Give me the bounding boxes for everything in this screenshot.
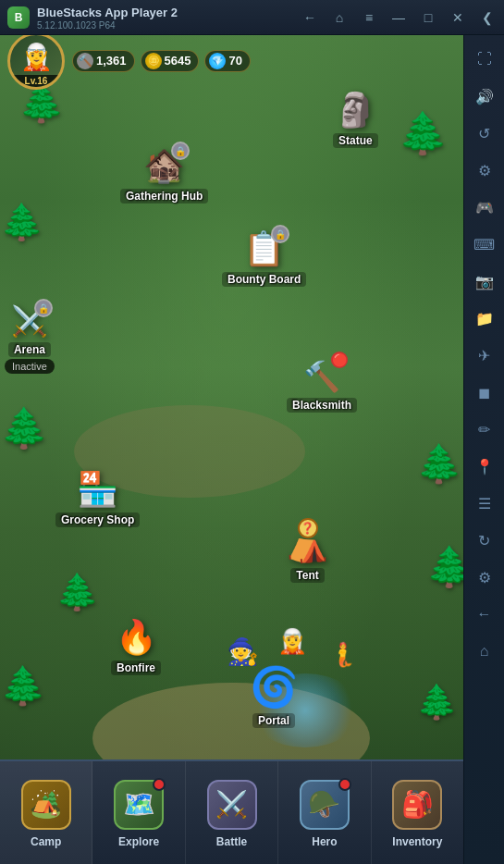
nav-battle[interactable]: ⚔️ Battle — [186, 761, 278, 864]
hammer-icon: 🔨 — [77, 53, 93, 69]
inventory-label: Inventory — [392, 835, 442, 848]
hero-badge — [338, 778, 351, 791]
portal-icon: 🌀 — [250, 664, 298, 710]
grocery-shop-icon: 🏪 — [77, 470, 118, 509]
stack-icon[interactable]: ☰ — [468, 487, 501, 520]
tent-building[interactable]: ⛺ ❓ Tent — [287, 525, 328, 583]
nav-camp[interactable]: 🏕️ Camp — [0, 761, 92, 864]
game-background: 🌲 🌲 🌲 🌲 🌲 🌲 🌲 🌲 🌲 🗿 Statue 🏚️ 🔒 Gather — [0, 35, 463, 864]
bonfire-label: Bonfire — [111, 660, 161, 675]
character-2: 🧝 — [277, 627, 307, 656]
layers-icon[interactable]: ◼ — [468, 376, 501, 409]
player-avatar[interactable]: 🧝 Lv.16 — [7, 35, 65, 90]
arena-status: Inactive — [5, 359, 55, 374]
explore-icon: 🗺️ — [123, 789, 155, 820]
volume-icon[interactable]: 🔊 — [468, 80, 501, 113]
bounty-board-lock: 🔒 — [271, 225, 289, 243]
prev-button[interactable]: ❮ — [478, 8, 497, 27]
player-level: Lv.16 — [10, 75, 62, 87]
tree-5: 🌲 — [416, 442, 462, 486]
maximize-button[interactable]: □ — [419, 8, 437, 27]
grocery-shop-building[interactable]: 🏪 Grocery Shop — [55, 470, 140, 527]
window-controls: ← ⌂ ≡ — □ ✕ ❮ — [301, 8, 497, 27]
bounty-board-building[interactable]: 📋 🔒 Bounty Board — [222, 229, 306, 287]
gathering-hub-lock: 🔒 — [171, 142, 190, 160]
character-3: 🧜 — [328, 641, 357, 668]
menu-button[interactable]: ≡ — [360, 8, 378, 27]
airplane-icon[interactable]: ✈ — [468, 339, 501, 372]
gold-icon: 🪙 — [145, 53, 162, 69]
arena-lock: 🔒 — [34, 299, 53, 317]
camp-icon-bg: 🏕️ — [21, 780, 71, 830]
bottom-navigation: 🏕️ Camp 🗺️ Explore ⚔️ Battle — [0, 759, 463, 864]
explore-badge — [153, 778, 166, 791]
rotate-icon[interactable]: ↺ — [468, 117, 501, 150]
controller-icon[interactable]: 🎮 — [468, 191, 501, 224]
tree-4: 🌲 — [0, 405, 48, 451]
hud-top: 🧝 Lv.16 🔨 1,361 🪙 5645 💎 70 — [0, 35, 463, 86]
currency-hammer[interactable]: 🔨 1,361 — [72, 50, 135, 72]
nav-inventory[interactable]: 🎒 Inventory — [372, 761, 463, 864]
inventory-icon-wrap: 🎒 — [390, 778, 444, 832]
nav-hero[interactable]: 🪖 Hero — [278, 761, 371, 864]
statue-building[interactable]: 🗿 Statue — [333, 91, 378, 148]
tree-7: 🌲 — [425, 544, 463, 589]
nav-explore[interactable]: 🗺️ Explore — [92, 761, 185, 864]
tent-label: Tent — [290, 568, 324, 583]
hero-icon-wrap: 🪖 — [298, 778, 351, 832]
hero-icon: 🪖 — [308, 789, 340, 820]
blacksmith-building[interactable]: 🔨 🔴 Blacksmith — [287, 359, 357, 413]
grocery-shop-label: Grocery Shop — [55, 512, 140, 527]
inventory-icon: 🎒 — [401, 789, 434, 820]
currency-gold[interactable]: 🪙 5645 — [141, 50, 200, 72]
battle-label: Battle — [216, 835, 247, 848]
hero-label: Hero — [312, 835, 337, 848]
close-button[interactable]: ✕ — [449, 8, 467, 27]
arena-section[interactable]: ⚔️ 🔒 Arena Inactive — [5, 303, 55, 374]
currency-gem[interactable]: 💎 70 — [204, 50, 250, 72]
minimize-button[interactable]: — — [389, 8, 408, 27]
back-button[interactable]: ← — [301, 8, 319, 27]
portal-building[interactable]: 🌀 Portal — [250, 664, 298, 728]
hammer-value: 1,361 — [96, 54, 127, 68]
bluestacks-sidebar: ⛶ 🔊 ↺ ⚙ 🎮 ⌨ 📷 📁 ✈ ◼ ✏ 📍 ☰ ↻ ⚙ ← ⌂ — [463, 35, 504, 864]
settings-icon[interactable]: ⚙ — [468, 561, 501, 594]
character-1: 🧙 — [227, 636, 259, 667]
location-icon[interactable]: 📍 — [468, 450, 501, 483]
app-version: 5.12.100.1023 P64 — [37, 20, 301, 31]
camp-icon-wrap: 🏕️ — [19, 778, 73, 832]
blacksmith-label: Blacksmith — [287, 398, 357, 413]
app-title: BlueStacks App Player 2 — [37, 6, 178, 19]
tree-6: 🌲 — [55, 572, 99, 612]
gem-value: 70 — [228, 54, 241, 68]
battle-icon-bg: ⚔️ — [207, 780, 257, 830]
gamepad-icon[interactable]: ⚙ — [468, 154, 501, 187]
sync-icon[interactable]: ↻ — [468, 524, 501, 557]
gathering-hub-label: Gathering Hub — [120, 189, 208, 204]
explore-icon-wrap: 🗺️ — [112, 778, 166, 832]
fullscreen-icon[interactable]: ⛶ — [468, 43, 501, 76]
tree-3: 🌲 — [0, 202, 43, 242]
character-face: 🧝 — [10, 35, 62, 74]
tree-8: 🌲 — [0, 664, 46, 708]
inventory-icon-bg: 🎒 — [392, 780, 442, 830]
edit-icon[interactable]: ✏ — [468, 413, 501, 446]
app-icon: B — [7, 6, 30, 29]
folder-icon[interactable]: 📁 — [468, 302, 501, 335]
gem-icon: 💎 — [209, 53, 226, 69]
back-icon[interactable]: ← — [468, 598, 501, 631]
gathering-hub-building[interactable]: 🏚️ 🔒 Gathering Hub — [120, 146, 208, 204]
arena-label: Arena — [8, 342, 51, 357]
gold-value: 5645 — [165, 54, 191, 68]
statue-icon: 🗿 — [335, 91, 376, 130]
titlebar: B BlueStacks App Player 2 5.12.100.1023 … — [0, 0, 504, 35]
keyboard-icon[interactable]: ⌨ — [468, 228, 501, 261]
currency-display: 🔨 1,361 🪙 5645 💎 70 — [72, 50, 456, 72]
bonfire-building[interactable]: 🔥 Bonfire — [111, 618, 161, 675]
home-icon[interactable]: ⌂ — [468, 635, 501, 668]
tree-2: 🌲 — [398, 109, 449, 157]
game-area[interactable]: 🌲 🌲 🌲 🌲 🌲 🌲 🌲 🌲 🌲 🗿 Statue 🏚️ 🔒 Gather — [0, 35, 463, 864]
camera-icon[interactable]: 📷 — [468, 265, 501, 298]
home-button[interactable]: ⌂ — [330, 8, 349, 27]
bonfire-icon: 🔥 — [116, 618, 157, 657]
